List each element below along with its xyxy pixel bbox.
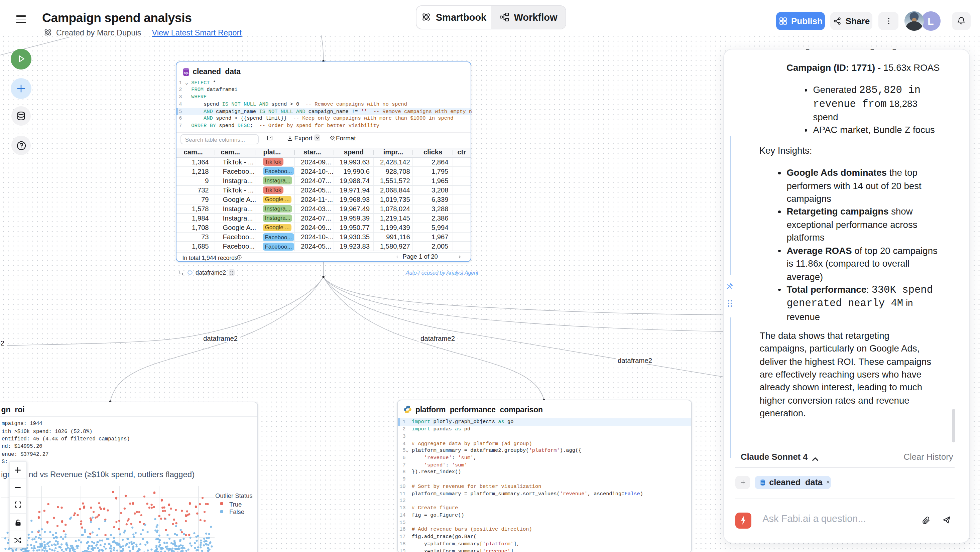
- svg-text:SQL: SQL: [183, 72, 189, 74]
- svg-text:SQL: SQL: [761, 482, 765, 484]
